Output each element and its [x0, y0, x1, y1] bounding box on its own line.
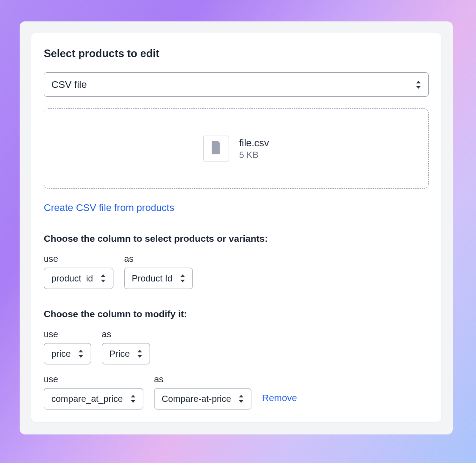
file-icon-box: [203, 136, 229, 161]
modify-as-select[interactable]: Compare-at-price: [154, 388, 251, 409]
modify-as-col: as Compare-at-price: [154, 374, 251, 409]
file-meta: file.csv 5 KB: [239, 137, 269, 160]
file-dropzone[interactable]: file.csv 5 KB: [44, 108, 429, 189]
card: Select products to edit CSV file file.cs…: [31, 33, 441, 422]
modify-as-select-wrapper: Price: [102, 343, 150, 364]
modify-row: use price as Price: [44, 329, 429, 364]
selector-use-select-wrapper: product_id: [44, 268, 113, 289]
modify-use-select[interactable]: compare_at_price: [44, 388, 143, 409]
outer-panel: Select products to edit CSV file file.cs…: [20, 21, 453, 434]
modify-as-select-wrapper: Compare-at-price: [154, 388, 251, 409]
file-size: 5 KB: [239, 150, 269, 160]
source-select[interactable]: CSV file: [44, 72, 429, 97]
as-label: as: [102, 329, 150, 339]
as-label: as: [154, 374, 251, 384]
use-label: use: [44, 254, 113, 264]
modify-as-select[interactable]: Price: [102, 343, 150, 364]
modify-use-select-wrapper: price: [44, 343, 91, 364]
modify-use-col: use price: [44, 329, 91, 364]
file-icon: [211, 141, 221, 156]
modify-use-col: use compare_at_price: [44, 374, 143, 409]
source-select-wrapper: CSV file: [44, 72, 429, 97]
use-label: use: [44, 374, 143, 384]
selector-use-col: use product_id: [44, 254, 113, 289]
remove-button[interactable]: Remove: [262, 393, 297, 409]
modify-row: use compare_at_price as Compare-at-price: [44, 374, 429, 409]
as-label: as: [124, 254, 193, 264]
file-name: file.csv: [239, 137, 269, 149]
create-csv-row: Create CSV file from products: [44, 202, 429, 214]
selector-as-select[interactable]: Product Id: [124, 268, 193, 289]
section-heading-modify: Choose the column to modify it:: [44, 309, 429, 319]
create-csv-link[interactable]: Create CSV file from products: [44, 202, 174, 214]
selector-use-select[interactable]: product_id: [44, 268, 113, 289]
modify-use-select-wrapper: compare_at_price: [44, 388, 143, 409]
selector-row: use product_id as Product Id: [44, 254, 429, 289]
modify-as-col: as Price: [102, 329, 150, 364]
selector-as-col: as Product Id: [124, 254, 193, 289]
selector-as-select-wrapper: Product Id: [124, 268, 193, 289]
page-title: Select products to edit: [44, 47, 429, 60]
use-label: use: [44, 329, 91, 339]
modify-use-select[interactable]: price: [44, 343, 91, 364]
section-heading-select: Choose the column to select products or …: [44, 233, 429, 244]
